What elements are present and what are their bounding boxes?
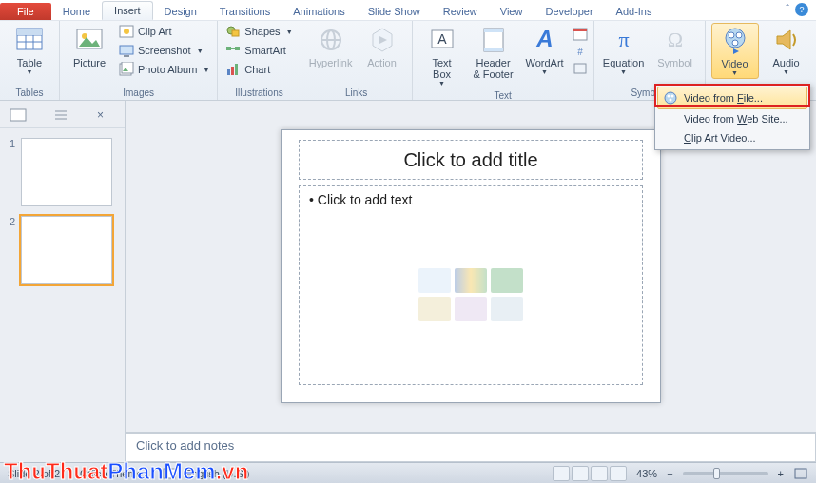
svg-rect-10	[120, 46, 133, 54]
tab-developer[interactable]: Developer	[534, 3, 604, 20]
outline-tab-icon[interactable]	[10, 108, 27, 122]
svg-rect-5	[17, 29, 42, 35]
svg-rect-17	[235, 47, 240, 50]
smartart-button[interactable]: SmartArt	[223, 42, 294, 59]
video-dropdown: Video from File... Video from Web Site..…	[654, 84, 810, 150]
group-label-illustrations: Illustrations	[223, 86, 294, 100]
thumb-1[interactable]: 1	[6, 138, 119, 206]
tab-view[interactable]: View	[489, 3, 534, 20]
view-buttons[interactable]	[553, 466, 627, 481]
svg-rect-18	[227, 69, 230, 75]
screenshot-button[interactable]: Screenshot▼	[117, 42, 211, 59]
minimize-ribbon-icon[interactable]: ˆ	[786, 3, 789, 16]
tab-bar: File Home Insert Design Transitions Anim…	[0, 0, 816, 21]
svg-text:A: A	[437, 31, 447, 47]
svg-marker-41	[733, 48, 739, 54]
zoom-slider[interactable]	[683, 472, 768, 475]
video-from-website[interactable]: Video from Web Site...	[657, 109, 807, 128]
group-illustrations: Shapes▼ SmartArt Chart Illustrations	[218, 21, 301, 100]
tab-transitions[interactable]: Transitions	[208, 3, 282, 20]
title-placeholder[interactable]: Click to add title	[299, 140, 643, 180]
photoalbum-button[interactable]: Photo Album▼	[117, 61, 211, 78]
tab-slideshow[interactable]: Slide Show	[357, 3, 432, 20]
normal-view-icon[interactable]	[553, 466, 570, 481]
group-label-images: Images	[66, 86, 211, 100]
svg-rect-19	[231, 67, 234, 75]
thumb-2[interactable]: 2	[6, 216, 119, 284]
headerfooter-button[interactable]: Header & Footer	[470, 23, 517, 82]
zoom-in-icon[interactable]: +	[778, 468, 784, 479]
tab-insert[interactable]: Insert	[102, 1, 153, 20]
tab-review[interactable]: Review	[432, 3, 489, 20]
group-label-links: Links	[307, 86, 406, 100]
svg-point-44	[671, 95, 674, 98]
group-tables: Table▼ Tables	[0, 21, 60, 100]
svg-rect-20	[235, 64, 238, 75]
zoom-out-icon[interactable]: −	[667, 468, 672, 479]
video-icon	[720, 26, 750, 56]
svg-text:Ω: Ω	[667, 28, 682, 51]
slides-tab-icon[interactable]	[53, 108, 70, 122]
svg-point-42	[665, 92, 676, 104]
group-links: Hyperlink Action Links	[301, 21, 413, 100]
picture-button[interactable]: Picture	[66, 23, 113, 70]
equation-button[interactable]: π Equation▼	[600, 23, 648, 77]
file-tab[interactable]: File	[0, 3, 51, 20]
group-text: A Text Box▼ Header & Footer A WordArt▼ #…	[413, 21, 594, 100]
slide-panel: × 1 2	[0, 101, 126, 462]
audio-button[interactable]: Audio▼	[763, 23, 810, 77]
svg-rect-46	[10, 109, 26, 121]
watermark: ThuThuatPhanMem.vn	[4, 458, 248, 485]
video-from-file[interactable]: Video from File...	[657, 87, 807, 109]
slide-canvas[interactable]: Click to add title Click to add text	[281, 129, 661, 403]
group-images: Picture Clip Art Screenshot▼ Photo Album…	[60, 21, 218, 100]
slidenumber-icon[interactable]: #	[573, 44, 588, 59]
clipart-video[interactable]: Clip Art Video...	[657, 128, 807, 147]
svg-text:#: #	[577, 47, 583, 57]
table-button[interactable]: Table▼	[6, 23, 53, 77]
textbox-button[interactable]: A Text Box▼	[418, 23, 466, 88]
svg-text:A: A	[535, 26, 553, 51]
group-label-tables: Tables	[6, 86, 53, 100]
audio-icon	[771, 25, 802, 55]
clipart-button[interactable]: Clip Art	[117, 23, 211, 40]
help-icon[interactable]: ?	[795, 3, 808, 16]
tab-design[interactable]: Design	[153, 3, 208, 20]
svg-rect-13	[122, 62, 133, 73]
svg-point-43	[668, 95, 670, 98]
content-icons[interactable]	[418, 268, 523, 321]
svg-rect-15	[232, 30, 239, 36]
svg-point-39	[736, 32, 742, 38]
tab-animations[interactable]: Animations	[282, 3, 356, 20]
wordart-button[interactable]: A WordArt▼	[521, 23, 569, 77]
body-placeholder[interactable]: Click to add text	[299, 185, 643, 385]
svg-point-9	[124, 29, 129, 34]
video-button[interactable]: Video▼	[711, 23, 759, 79]
fit-to-window-icon[interactable]	[793, 467, 808, 480]
svg-rect-16	[226, 47, 231, 50]
edit-area: Click to add title Click to add text Cli…	[126, 101, 816, 462]
tab-addins[interactable]: Add-Ins	[605, 3, 664, 20]
object-icon[interactable]	[573, 61, 588, 76]
svg-rect-51	[795, 469, 806, 478]
shapes-button[interactable]: Shapes▼	[223, 23, 294, 40]
svg-rect-34	[574, 64, 586, 73]
sorter-view-icon[interactable]	[572, 466, 589, 481]
hyperlink-button[interactable]: Hyperlink	[307, 23, 355, 70]
reading-view-icon[interactable]	[591, 466, 608, 481]
svg-point-38	[729, 32, 734, 38]
close-panel-icon[interactable]: ×	[97, 108, 104, 122]
svg-point-45	[670, 99, 672, 102]
status-zoom[interactable]: 43%	[636, 468, 657, 479]
chart-button[interactable]: Chart	[223, 61, 294, 78]
symbol-button[interactable]: Ω Symbol	[651, 23, 699, 70]
datetime-icon[interactable]	[573, 27, 588, 42]
svg-rect-28	[484, 29, 503, 32]
action-button[interactable]: Action	[359, 23, 406, 70]
svg-rect-32	[573, 29, 587, 31]
svg-rect-29	[484, 48, 503, 51]
svg-text:π: π	[618, 28, 629, 51]
svg-point-40	[732, 40, 738, 46]
tab-home[interactable]: Home	[51, 3, 102, 20]
slideshow-view-icon[interactable]	[610, 466, 627, 481]
